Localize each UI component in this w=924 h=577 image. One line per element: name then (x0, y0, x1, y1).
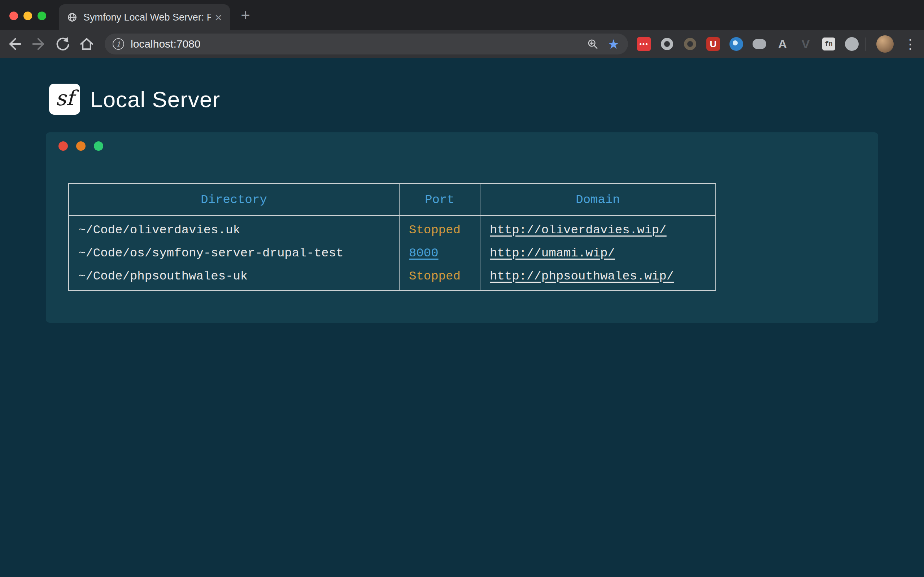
server-panel: Directory Port Domain ~/Code/oliverdavie… (46, 132, 878, 323)
extension-github-icon[interactable] (845, 37, 859, 51)
browser-menu-button[interactable]: ⋮ (903, 35, 918, 53)
header-port: Port (399, 184, 480, 216)
port-status: Stopped (399, 216, 480, 242)
extension-ublock-icon[interactable]: U (706, 37, 720, 51)
domain-link[interactable]: http://phpsouthwales.wip/ (490, 269, 674, 283)
new-tab-button[interactable]: + (237, 7, 254, 24)
browser-toolbar: i localhost:7080 ★ ••• U A V fn ⋮ (0, 30, 924, 58)
browser-tab[interactable]: Symfony Local Web Server: Prox × (59, 4, 230, 30)
page-content: sf Local Server Directory Port Domain ~/… (0, 58, 924, 577)
table-header-row: Directory Port Domain (69, 184, 716, 216)
extension-blue-circle-icon[interactable] (729, 37, 743, 51)
forward-button[interactable] (30, 35, 48, 53)
url-text[interactable]: localhost:7080 (131, 38, 587, 50)
table-row: ~/Code/oliverdavies.uk Stopped http://ol… (69, 216, 716, 242)
directory-cell: ~/Code/oliverdavies.uk (69, 216, 399, 242)
extension-card-icon[interactable]: fn (822, 37, 836, 51)
panel-red-dot (58, 141, 68, 151)
extension-v-icon[interactable]: V (798, 37, 813, 51)
panel-orange-dot (76, 141, 86, 151)
tab-close-icon[interactable]: × (215, 11, 222, 23)
profile-avatar[interactable] (876, 35, 894, 53)
zoom-icon[interactable] (587, 38, 598, 50)
home-button[interactable] (78, 35, 95, 53)
bookmark-star-icon[interactable]: ★ (608, 37, 619, 52)
extension-a-icon[interactable]: A (775, 37, 790, 51)
servers-table: Directory Port Domain ~/Code/oliverdavie… (68, 183, 716, 291)
extensions-bar: ••• U A V fn (637, 37, 859, 51)
window-close-button[interactable] (10, 11, 18, 20)
domain-link[interactable]: http://umami.wip/ (490, 246, 615, 260)
panel-green-dot (94, 141, 103, 151)
directory-cell: ~/Code/os/symfony-server-drupal-test (69, 242, 399, 265)
page-info-icon[interactable]: i (113, 38, 124, 50)
address-bar[interactable]: i localhost:7080 ★ (105, 34, 628, 55)
header-domain: Domain (480, 184, 716, 216)
window-minimize-button[interactable] (23, 11, 32, 20)
tab-title: Symfony Local Web Server: Prox (83, 12, 211, 23)
extension-dots-icon[interactable]: ••• (637, 37, 651, 51)
window-controls (10, 11, 46, 20)
toolbar-divider (866, 37, 866, 51)
panel-window-controls (58, 141, 103, 151)
page-title: Local Server (90, 87, 220, 112)
extension-cloud-icon[interactable] (752, 37, 767, 51)
back-button[interactable] (6, 35, 23, 53)
domain-link[interactable]: http://oliverdavies.wip/ (490, 223, 667, 237)
reload-button[interactable] (54, 35, 71, 53)
window-zoom-button[interactable] (37, 11, 46, 20)
port-link[interactable]: 8000 (409, 246, 439, 260)
extension-cog-icon[interactable] (683, 37, 697, 51)
tab-strip: Symfony Local Web Server: Prox × + (0, 0, 924, 30)
globe-favicon-icon (67, 12, 78, 23)
header-directory: Directory (69, 184, 399, 216)
directory-cell: ~/Code/phpsouthwales-uk (69, 265, 399, 291)
extension-gear-icon[interactable] (660, 37, 674, 51)
symfony-logo: sf (49, 84, 80, 115)
port-status: Stopped (399, 265, 480, 291)
brand-header: sf Local Server (49, 84, 220, 115)
table-row: ~/Code/phpsouthwales-uk Stopped http://p… (69, 265, 716, 291)
browser-chrome: Symfony Local Web Server: Prox × + i loc… (0, 0, 924, 58)
table-row: ~/Code/os/symfony-server-drupal-test 800… (69, 242, 716, 265)
